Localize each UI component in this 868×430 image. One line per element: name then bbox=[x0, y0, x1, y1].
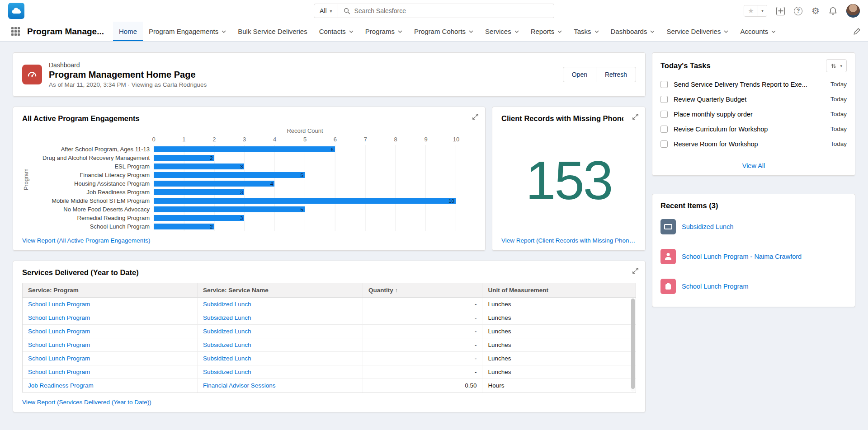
nav-tab[interactable]: Service Deliveries bbox=[660, 22, 734, 41]
todays-tasks-card: Today's Tasks ▾ Send Service Delivery Tr… bbox=[652, 52, 855, 176]
chart-card-footer: View Report (All Active Program Engageme… bbox=[22, 231, 476, 244]
chart-x-tick: 0 bbox=[152, 136, 155, 143]
chart-bar[interactable]: 2 bbox=[154, 155, 214, 161]
help-button[interactable]: ? bbox=[794, 7, 802, 15]
program-link[interactable]: School Lunch Program bbox=[28, 341, 90, 348]
nav-tab[interactable]: Reports bbox=[525, 22, 568, 41]
view-report-link[interactable]: View Report (Client Records with Missing… bbox=[501, 237, 636, 244]
user-avatar[interactable] bbox=[846, 4, 860, 18]
column-header-unit[interactable]: Unit of Measurement bbox=[482, 283, 636, 298]
task-sort-button[interactable]: ▾ bbox=[826, 59, 847, 72]
program-link[interactable]: Job Readiness Program bbox=[28, 382, 94, 389]
service-link[interactable]: Subsidized Lunch bbox=[203, 341, 251, 348]
edit-page-button[interactable] bbox=[853, 28, 861, 35]
favorite-star-icon[interactable]: ★ bbox=[744, 5, 758, 16]
service-link[interactable]: Subsidized Lunch bbox=[203, 314, 251, 321]
chart-bar-track: 2 bbox=[154, 222, 456, 231]
program-link[interactable]: School Lunch Program bbox=[28, 355, 90, 362]
chart-bar[interactable]: 2 bbox=[154, 224, 214, 229]
table-row: School Lunch Program Subsidized Lunch - … bbox=[23, 352, 636, 365]
chart-bar-value: 6 bbox=[330, 147, 333, 152]
table-scrollbar-thumb[interactable] bbox=[631, 299, 635, 389]
chart-category-label: Remedial Reading Program bbox=[34, 215, 154, 221]
chart-bar[interactable]: 5 bbox=[154, 172, 305, 178]
nav-tab[interactable]: Dashboards bbox=[605, 22, 661, 41]
chart-bar[interactable]: 3 bbox=[154, 164, 244, 169]
chart-bar[interactable]: 3 bbox=[154, 189, 244, 195]
task-checkbox[interactable] bbox=[660, 111, 668, 118]
chart-bar[interactable]: 10 bbox=[154, 198, 456, 204]
task-title[interactable]: Send Service Delivery Trends Report to E… bbox=[674, 81, 825, 88]
column-header-service-name[interactable]: Service: Service Name bbox=[197, 283, 363, 298]
program-link[interactable]: School Lunch Program bbox=[28, 369, 90, 375]
table-header-row: Service: Program Service: Service Name Q… bbox=[23, 283, 636, 298]
table-row: School Lunch Program Subsidized Lunch - … bbox=[23, 298, 636, 311]
nav-tab[interactable]: Home bbox=[113, 22, 143, 41]
expand-icon[interactable] bbox=[472, 113, 479, 120]
view-all-link[interactable]: View All bbox=[652, 156, 855, 175]
view-report-link[interactable]: View Report (Services Delivered (Year to… bbox=[22, 399, 636, 406]
task-checkbox[interactable] bbox=[660, 81, 668, 88]
view-report-link[interactable]: View Report (All Active Program Engageme… bbox=[22, 237, 476, 244]
search-scope-button[interactable]: All ▾ bbox=[314, 4, 338, 18]
task-checkbox[interactable] bbox=[660, 126, 668, 133]
open-button[interactable]: Open bbox=[563, 67, 596, 82]
cell-unit: Hours bbox=[482, 379, 636, 393]
metric-card-title: Client Records with Missing Phone N... bbox=[501, 114, 623, 123]
refresh-button[interactable]: Refresh bbox=[596, 67, 636, 82]
setup-button[interactable]: ⚙ bbox=[811, 6, 820, 15]
chevron-down-icon bbox=[398, 30, 402, 33]
chart-bar[interactable]: 3 bbox=[154, 215, 244, 221]
program-link[interactable]: School Lunch Program bbox=[28, 314, 90, 321]
notifications-button[interactable] bbox=[829, 7, 837, 15]
chart-x-tick: 7 bbox=[364, 136, 367, 143]
nav-tab[interactable]: Contacts bbox=[313, 22, 359, 41]
column-header-quantity[interactable]: Quantity↑ bbox=[363, 283, 482, 298]
program-link[interactable]: School Lunch Program bbox=[28, 301, 90, 308]
dashboard-actions: Open Refresh bbox=[563, 67, 636, 82]
recent-item-link[interactable]: Subsidized Lunch bbox=[682, 223, 733, 230]
task-title[interactable]: Review Quarterly Budget bbox=[674, 96, 825, 103]
task-title[interactable]: Revise Curriculum for Workshop bbox=[674, 126, 825, 133]
nav-tab[interactable]: Program Engagements bbox=[143, 22, 232, 41]
recent-item-link[interactable]: School Lunch Program bbox=[682, 283, 749, 290]
expand-icon[interactable] bbox=[632, 113, 639, 120]
chevron-down-icon bbox=[771, 30, 776, 33]
task-title[interactable]: Reserve Room for Workshop bbox=[674, 140, 825, 148]
search-input-wrapper[interactable] bbox=[338, 4, 554, 18]
column-header-program[interactable]: Service: Program bbox=[23, 283, 197, 298]
global-actions-button[interactable] bbox=[776, 7, 785, 15]
chart-category-label: After School Program, Ages 11-13 bbox=[34, 146, 154, 153]
favorites-dropdown-button[interactable]: ▾ bbox=[758, 5, 767, 16]
service-link[interactable]: Subsidized Lunch bbox=[203, 328, 251, 335]
nav-tab[interactable]: Services bbox=[479, 22, 525, 41]
chart-bar-value: 10 bbox=[448, 198, 454, 204]
nav-tab[interactable]: Bulk Service Deliveries bbox=[232, 22, 313, 41]
chart-bar-value: 2 bbox=[210, 224, 212, 229]
nav-tab[interactable]: Accounts bbox=[734, 22, 782, 41]
recent-item-link[interactable]: School Lunch Program - Naima Crawford bbox=[682, 253, 802, 260]
service-link[interactable]: Subsidized Lunch bbox=[203, 355, 251, 362]
nav-tab[interactable]: Tasks bbox=[568, 22, 604, 41]
task-checkbox[interactable] bbox=[660, 140, 668, 148]
recent-item: School Lunch Program bbox=[660, 271, 847, 301]
task-title[interactable]: Place monthly supply order bbox=[674, 111, 825, 118]
chart-category-label: Housing Assistance Program bbox=[34, 180, 154, 187]
program-link[interactable]: School Lunch Program bbox=[28, 328, 90, 335]
chart-bar[interactable]: 4 bbox=[154, 181, 274, 187]
chart-bar[interactable]: 5 bbox=[154, 206, 305, 212]
nav-tab[interactable]: Program Cohorts bbox=[408, 22, 479, 41]
nav-tab[interactable]: Programs bbox=[359, 22, 408, 41]
app-launcher-button[interactable] bbox=[7, 23, 24, 40]
chart-bar-track: 10 bbox=[154, 196, 456, 205]
task-checkbox[interactable] bbox=[660, 96, 668, 103]
search-input[interactable] bbox=[354, 7, 548, 14]
service-link[interactable]: Subsidized Lunch bbox=[203, 369, 251, 375]
chevron-down-icon bbox=[594, 30, 599, 33]
table-row: Job Readiness Program Financial Advisor … bbox=[23, 379, 636, 393]
service-link[interactable]: Financial Advisor Sessions bbox=[203, 382, 276, 389]
chart-bar[interactable]: 6 bbox=[154, 146, 335, 152]
chart-bar-row: Job Readiness Program 3 bbox=[34, 188, 456, 196]
expand-icon[interactable] bbox=[632, 267, 639, 274]
service-link[interactable]: Subsidized Lunch bbox=[203, 301, 251, 308]
